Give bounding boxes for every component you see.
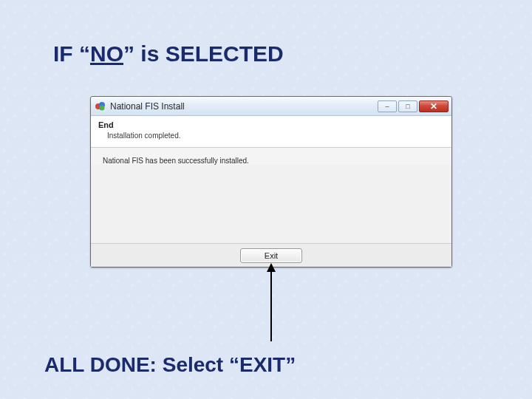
title-underlined: NO [90,41,123,66]
app-icon [95,101,106,112]
slide-caption: ALL DONE: Select “EXIT” [44,353,296,377]
installer-dialog: National FIS Install – □ ✕ End Installat… [90,96,452,267]
close-button[interactable]: ✕ [419,100,449,112]
titlebar: National FIS Install – □ ✕ [91,97,451,116]
window-title: National FIS Install [110,101,378,112]
minimize-button[interactable]: – [378,100,397,112]
dialog-header-title: End [98,120,444,129]
dialog-message: National FIS has been successfully insta… [103,157,443,165]
title-prefix: IF “ [53,41,90,66]
maximize-button[interactable]: □ [398,100,417,112]
slide-title: IF “NO” is SELECTED [53,41,284,66]
arrow-up-icon [270,270,272,341]
exit-button[interactable]: Exit [240,248,302,263]
title-suffix: ” is SELECTED [123,41,284,66]
dialog-header-subtitle: Installation completed. [107,132,444,140]
window-controls: – □ ✕ [378,100,449,112]
dialog-body: National FIS has been successfully insta… [91,148,451,165]
svg-point-2 [100,105,105,110]
dialog-header: End Installation completed. [91,116,451,148]
